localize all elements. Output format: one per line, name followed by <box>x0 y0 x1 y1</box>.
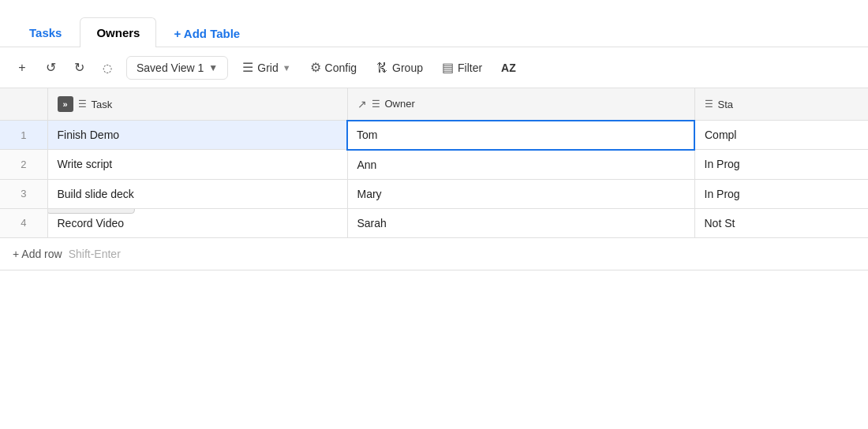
filter-icon: ▤ <box>442 60 454 75</box>
sort-label: AZ <box>501 62 516 74</box>
table: » ☰ Task ↗ ☰ Owner ☰ Sta <box>0 88 868 238</box>
filter-button[interactable]: ▤ Filter <box>434 55 490 80</box>
config-button[interactable]: ⚙ Config <box>302 55 365 80</box>
add-row-shortcut: Shift-Enter <box>69 248 121 260</box>
col-header-task-label: Task <box>92 99 113 110</box>
table-body: 1Finish DemoTomCompl2Write scriptAnnIn P… <box>0 121 868 238</box>
table-row[interactable]: 4Record VideoBuild slide deckSarahNot St <box>0 208 868 237</box>
col-header-rownum <box>0 88 47 121</box>
toolbar: + ↺ ↻ ◌ Saved View 1 ▼ ☰ Grid ▼ ⚙ Config… <box>0 47 868 88</box>
table-header: » ☰ Task ↗ ☰ Owner ☰ Sta <box>0 88 868 121</box>
expand-icon[interactable]: » <box>58 96 73 112</box>
group-icon: ⛕ <box>376 61 388 75</box>
status-cell: In Prog <box>694 150 868 180</box>
col-header-status[interactable]: ☰ Sta <box>694 88 868 121</box>
owner-link-icon: ↗ <box>357 98 367 110</box>
add-row-label: + Add row <box>13 248 62 260</box>
cell-tooltip: Build slide deck <box>47 208 135 214</box>
col-header-task[interactable]: » ☰ Task <box>47 88 347 121</box>
owner-col-menu-icon: ☰ <box>372 99 380 110</box>
owner-cell[interactable]: Tom <box>347 121 694 150</box>
saved-view-dropdown[interactable]: Saved View 1 ▼ <box>126 56 228 80</box>
tab-bar: Tasks Owners + Add Table <box>0 0 868 47</box>
task-col-menu-icon: ☰ <box>78 99 87 110</box>
config-label: Config <box>325 62 357 74</box>
status-col-menu-icon: ☰ <box>705 99 713 110</box>
filter-label: Filter <box>458 62 482 74</box>
task-cell[interactable]: Write script <box>47 150 347 180</box>
row-num-cell: 1 <box>0 121 47 150</box>
table-row[interactable]: 1Finish DemoTomCompl <box>0 121 868 150</box>
group-button[interactable]: ⛕ Group <box>368 56 431 80</box>
col-header-owner[interactable]: ↗ ☰ Owner <box>347 88 694 121</box>
grid-view-button[interactable]: ☰ Grid ▼ <box>234 55 298 80</box>
saved-view-label: Saved View 1 <box>137 62 204 74</box>
sort-button[interactable]: AZ <box>493 57 524 79</box>
add-row-button[interactable]: + Add row Shift-Enter <box>0 238 868 270</box>
owner-cell[interactable]: Ann <box>347 150 694 180</box>
add-table-button[interactable]: + Add Table <box>161 21 253 47</box>
grid-icon: ☰ <box>242 60 253 75</box>
task-cell[interactable]: Record VideoBuild slide deck <box>47 208 347 237</box>
undo-button[interactable]: ↺ <box>38 55 63 80</box>
grid-label: Grid <box>257 62 278 74</box>
col-header-status-label: Sta <box>718 99 734 110</box>
status-cell: Not St <box>694 208 868 237</box>
saved-view-chevron-icon: ▼ <box>208 62 218 73</box>
history-button[interactable]: ◌ <box>95 55 120 80</box>
config-icon: ⚙ <box>310 60 321 75</box>
owner-cell[interactable]: Mary <box>347 179 694 208</box>
row-num-cell: 3 <box>0 179 47 208</box>
row-num-cell: 4 <box>0 208 47 237</box>
tab-owners[interactable]: Owners <box>80 17 156 47</box>
status-cell: Compl <box>694 121 868 150</box>
table-row[interactable]: 3Build slide deckMaryIn Prog <box>0 179 868 208</box>
status-cell: In Prog <box>694 179 868 208</box>
redo-button[interactable]: ↻ <box>66 55 92 80</box>
task-cell[interactable]: Finish Demo <box>47 121 347 150</box>
add-button[interactable]: + <box>9 55 35 80</box>
group-label: Group <box>392 62 423 74</box>
owner-cell[interactable]: Sarah <box>347 208 694 237</box>
table-row[interactable]: 2Write scriptAnnIn Prog <box>0 150 868 180</box>
tab-tasks[interactable]: Tasks <box>13 17 78 47</box>
col-header-owner-label: Owner <box>385 98 415 110</box>
row-num-cell: 2 <box>0 150 47 180</box>
grid-chevron-icon: ▼ <box>282 63 291 73</box>
task-cell[interactable]: Build slide deck <box>47 179 347 208</box>
data-grid: » ☰ Task ↗ ☰ Owner ☰ Sta <box>0 88 868 270</box>
